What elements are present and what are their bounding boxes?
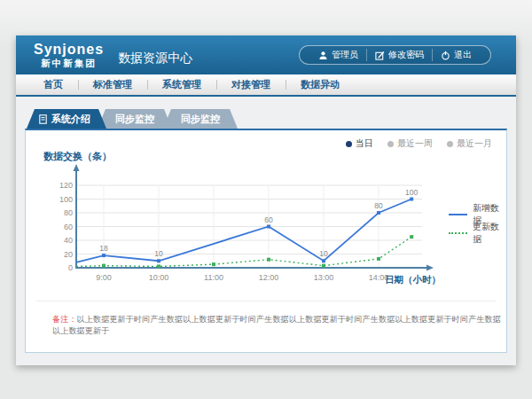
tab-label: 系统介绍 [51,109,90,129]
nav-item-system-mgmt[interactable]: 系统管理 [147,74,216,96]
app-title: 数据资源中心 [118,51,192,66]
brand-logo: Synjones 新中新集团 [34,42,104,68]
tab-label: 同步监控 [115,109,154,129]
chart-legend: 新增数据 更新数据 [449,205,506,242]
user-label: 管理员 [332,49,358,61]
svg-text:60: 60 [64,223,73,231]
svg-text:10: 10 [154,249,163,258]
brand-company: 新中新集团 [34,59,104,69]
footnote: 备注：以上数据更新于时间产生数据以上数据更新于时间产生数据以上数据更新于时间产生… [52,314,506,337]
tab-sync-monitor-1[interactable]: 同步监控 [98,109,172,129]
nav-item-standard-mgmt[interactable]: 标准管理 [78,74,147,96]
legend-line-dotted [449,232,467,234]
footnote-prefix: 备注： [52,315,77,324]
svg-text:60: 60 [264,215,273,224]
radio-today[interactable]: 当日 [346,137,373,150]
brand-name: Synjones [34,42,104,58]
y-axis-title: 数据交换（条） [43,150,112,163]
svg-text:10:00: 10:00 [149,273,169,282]
footnote-text: 以上数据更新于时间产生数据以上数据更新于时间产生数据以上数据更新于时间产生数据以… [52,315,501,335]
logout-label: 退出 [454,49,472,61]
radio-label: 当日 [356,137,373,150]
legend-line-solid [449,214,467,215]
svg-text:9:00: 9:00 [96,273,112,282]
user-menu: 管理员 修改密码 退出 [299,45,491,65]
tab-sync-monitor-2[interactable]: 同步监控 [163,109,238,129]
radio-dot [447,141,453,147]
nav-item-home[interactable]: 首页 [28,74,78,96]
svg-text:20: 20 [64,250,73,259]
chart-panel: 当日 最近一周 最近一月 数据交换（条） 0204060801001209:00… [25,129,507,353]
legend-label: 更新数据 [473,221,506,246]
time-range-filter: 当日 最近一周 最近一月 [346,137,492,150]
svg-text:120: 120 [59,181,73,190]
panel-divider [36,301,496,301]
app-header: Synjones 新中新集团 数据资源中心 管理员 修改密码 [16,35,516,74]
svg-text:12:00: 12:00 [259,273,279,282]
svg-text:80: 80 [64,208,73,217]
radio-last-week[interactable]: 最近一周 [387,137,433,150]
user-icon [318,51,328,60]
svg-text:0: 0 [68,263,73,272]
nav-item-data-change[interactable]: 数据异动 [286,74,355,96]
change-password-button[interactable]: 修改密码 [366,49,432,61]
nav-item-docking-mgmt[interactable]: 对接管理 [216,74,286,96]
content-area: 系统介绍 同步监控 同步监控 当日 最近一周 [16,97,516,364]
main-nav: 首页 标准管理 系统管理 对接管理 数据异动 [16,74,516,97]
change-password-label: 修改密码 [388,49,424,61]
svg-text:11:00: 11:00 [204,273,223,282]
logout-button[interactable]: 退出 [432,49,480,61]
radio-label: 最近一月 [457,137,492,150]
power-icon [441,51,450,60]
svg-text:18: 18 [99,244,108,253]
app-window: Synjones 新中新集团 数据资源中心 管理员 修改密码 [16,35,516,365]
radio-dot [387,141,394,147]
legend-item-update-data: 更新数据 [449,223,506,242]
svg-text:100: 100 [59,195,73,204]
radio-label: 最近一周 [397,137,433,150]
tab-bar: 系统介绍 同步监控 同步监控 [27,109,507,129]
tab-system-intro[interactable]: 系统介绍 [27,109,106,129]
radio-dot [346,141,352,147]
svg-text:100: 100 [405,188,418,197]
svg-text:40: 40 [64,236,73,245]
edit-icon [375,51,385,60]
document-icon [39,114,47,124]
tab-label: 同步监控 [181,109,220,129]
x-axis-title: 日期（小时） [385,274,441,286]
svg-text:80: 80 [374,201,383,210]
radio-last-month[interactable]: 最近一月 [447,137,492,150]
user-button[interactable]: 管理员 [310,49,366,61]
svg-text:13:00: 13:00 [314,273,334,282]
svg-text:10: 10 [319,249,328,258]
